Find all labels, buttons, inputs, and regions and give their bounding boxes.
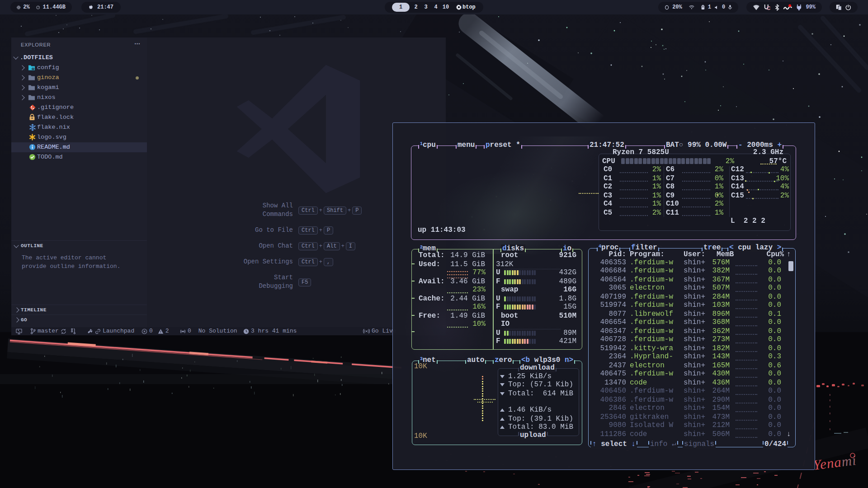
svg-text:C: C (767, 5, 770, 11)
